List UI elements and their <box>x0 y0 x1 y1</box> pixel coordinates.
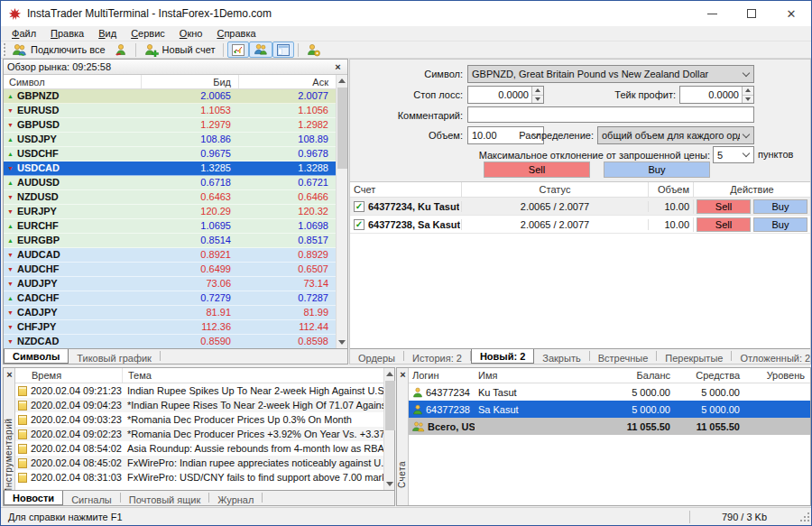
market-watch-row[interactable]: CADCHF0.72790.7287 <box>4 291 336 306</box>
menu-file[interactable]: Файл <box>5 27 43 40</box>
menu-service[interactable]: Сервис <box>124 27 172 40</box>
market-watch-row[interactable]: GBPUSD1.29791.2982 <box>4 118 336 133</box>
account-checkbox[interactable] <box>354 201 364 212</box>
minimize-button[interactable] <box>692 1 732 26</box>
layout-panel-toggle[interactable] <box>272 42 294 58</box>
market-watch-row[interactable]: AUDJPY73.0673.14 <box>4 277 336 291</box>
tick-chart-toggle[interactable] <box>227 42 249 58</box>
scroll-thumb[interactable] <box>385 381 395 430</box>
column-ask[interactable]: Аск <box>238 75 336 88</box>
menu-view[interactable]: Вид <box>91 27 124 40</box>
spin-down-icon[interactable] <box>743 95 753 104</box>
buy-button[interactable]: Buy <box>604 161 710 178</box>
column-name[interactable]: Имя <box>475 368 616 383</box>
news-row[interactable]: 2020.02.04 08:31:03FxWirePro: USD/CNY fa… <box>15 470 394 484</box>
tab-orders[interactable]: Ордеры <box>350 351 404 361</box>
spin-up-icon[interactable] <box>743 87 753 95</box>
tab-signals[interactable]: Сигналы <box>63 493 121 503</box>
market-watch-row[interactable]: EURGBP0.85140.8517 <box>4 234 336 248</box>
scroll-down-icon[interactable] <box>384 478 395 490</box>
comment-input[interactable] <box>467 106 754 123</box>
connect-all-button[interactable]: Подключить все <box>8 42 109 58</box>
column-bid[interactable]: Бид <box>141 75 238 88</box>
toolbar-grip[interactable] <box>3 43 5 56</box>
column-balance[interactable]: Баланс <box>616 368 675 383</box>
resize-grip[interactable] <box>798 511 811 523</box>
tab-overlapped[interactable]: Перекрытые <box>657 351 732 361</box>
maximize-button[interactable] <box>732 1 771 26</box>
tab-close[interactable]: Закрыть <box>534 351 589 361</box>
market-watch-row[interactable]: CHFJPY112.36112.44 <box>4 320 336 335</box>
tab-mailbox[interactable]: Почтовый ящик <box>121 493 209 503</box>
market-watch-scrollbar[interactable] <box>336 75 347 348</box>
account-row[interactable]: 64377238 Sa Kasut 5 000.00 5 000.00 <box>409 401 810 418</box>
menu-help[interactable]: Справка <box>209 27 263 40</box>
market-watch-row[interactable]: EURUSD1.10531.1056 <box>4 104 336 118</box>
market-watch-row[interactable]: NZDUSD0.64630.6466 <box>4 190 336 205</box>
market-watch-row[interactable]: EURJPY120.29120.32 <box>4 205 336 219</box>
news-row[interactable]: 2020.02.04 09:03:23*Romania Dec Producer… <box>15 412 394 427</box>
tab-pending[interactable]: Отложенный: 2 <box>732 351 810 361</box>
symbol-select[interactable]: GBPNZD, Great Britain Pound vs New Zeala… <box>467 65 754 83</box>
row-sell-button[interactable]: Sell <box>697 199 751 214</box>
tab-new[interactable]: Новый: 2 <box>471 348 534 364</box>
scroll-down-icon[interactable] <box>337 337 347 348</box>
column-volume[interactable]: Объем <box>648 182 693 197</box>
news-row[interactable]: 2020.02.04 09:21:23Indian Rupee Spikes U… <box>15 383 394 398</box>
tab-news[interactable]: Новости <box>4 490 63 505</box>
stop-loss-input[interactable]: 0.0000 <box>467 86 544 104</box>
market-watch-close-icon[interactable]: × <box>332 61 344 73</box>
account-settings-button[interactable] <box>302 42 325 58</box>
column-login[interactable]: Логин <box>409 368 475 383</box>
column-time[interactable]: Время <box>15 368 122 383</box>
tab-history[interactable]: История: 2 <box>404 351 471 361</box>
disconnect-button[interactable] <box>109 42 132 58</box>
column-status[interactable]: Статус <box>461 182 648 197</box>
market-watch-row[interactable]: AUDUSD0.67180.6721 <box>4 176 336 190</box>
market-watch-row[interactable]: CADJPY81.9181.99 <box>4 306 336 320</box>
close-button[interactable]: ✕ <box>771 1 811 26</box>
column-action[interactable]: Действие <box>693 182 810 197</box>
tab-journal[interactable]: Журнал <box>209 493 263 503</box>
tab-symbols[interactable]: Символы <box>4 348 69 364</box>
market-watch-row[interactable]: NZDCAD0.85900.8598 <box>4 335 336 349</box>
column-account[interactable]: Счет <box>350 182 461 197</box>
column-equity[interactable]: Средства <box>675 368 744 383</box>
scroll-thumb[interactable] <box>337 88 347 169</box>
column-level[interactable]: Уровень <box>744 368 810 383</box>
tools-close-icon[interactable]: × <box>4 369 15 381</box>
row-sell-button[interactable]: Sell <box>697 217 751 232</box>
scroll-up-icon[interactable] <box>337 75 347 87</box>
column-topic[interactable]: Тема <box>122 368 383 383</box>
row-buy-button[interactable]: Buy <box>753 217 807 232</box>
news-row[interactable]: 2020.02.04 09:02:23*Romania Dec Producer… <box>15 427 394 441</box>
spin-down-icon[interactable] <box>532 95 543 104</box>
market-watch-row[interactable]: USDJPY108.86108.89 <box>4 133 336 147</box>
scroll-up-icon[interactable] <box>384 368 395 380</box>
market-watch-row[interactable]: USDCAD1.32851.3288 <box>4 161 336 176</box>
take-profit-input[interactable]: 0.0000 <box>679 86 754 104</box>
news-row[interactable]: 2020.02.04 08:45:02FxWirePro: Indian rup… <box>15 456 394 470</box>
row-buy-button[interactable]: Buy <box>753 199 807 214</box>
distribution-select[interactable]: общий объем для каждого ордера <box>597 126 754 144</box>
market-watch-row[interactable]: GBPNZD2.00652.0077 <box>4 89 336 104</box>
news-scrollbar[interactable] <box>383 368 394 490</box>
account-checkbox[interactable] <box>354 219 364 230</box>
market-watch-row[interactable]: USDCHF0.96750.9678 <box>4 147 336 161</box>
order-table-row[interactable]: 64377238, Sa Kasut 2.0065 / 2.0077 10.00… <box>350 216 810 234</box>
market-watch-row[interactable]: AUDCHF0.64990.6507 <box>4 263 336 277</box>
accounts-close-icon[interactable]: × <box>397 369 409 381</box>
menu-edit[interactable]: Правка <box>43 27 91 40</box>
spin-up-icon[interactable] <box>532 87 543 95</box>
news-row[interactable]: 2020.02.04 09:04:23*Indian Rupee Rises T… <box>15 398 394 412</box>
market-watch-row[interactable]: AUDCAD0.89210.8929 <box>4 248 336 263</box>
news-row[interactable]: 2020.02.04 08:54:02Asia Roundup: Aussie … <box>15 441 394 456</box>
tab-tick-chart[interactable]: Тиковый график <box>69 351 161 361</box>
account-row[interactable]: 64377234 Ku Tasut 5 000.00 5 000.00 <box>409 383 810 401</box>
new-account-button[interactable]: Новый счет <box>140 42 219 58</box>
order-table-row[interactable]: 64377234, Ku Tasut 2.0065 / 2.0077 10.00… <box>350 198 810 216</box>
accounts-panel-toggle[interactable] <box>249 42 272 58</box>
deviation-select[interactable]: 5 <box>713 146 754 163</box>
menu-window[interactable]: Окно <box>172 27 210 40</box>
tab-counter[interactable]: Встречные <box>590 351 658 361</box>
